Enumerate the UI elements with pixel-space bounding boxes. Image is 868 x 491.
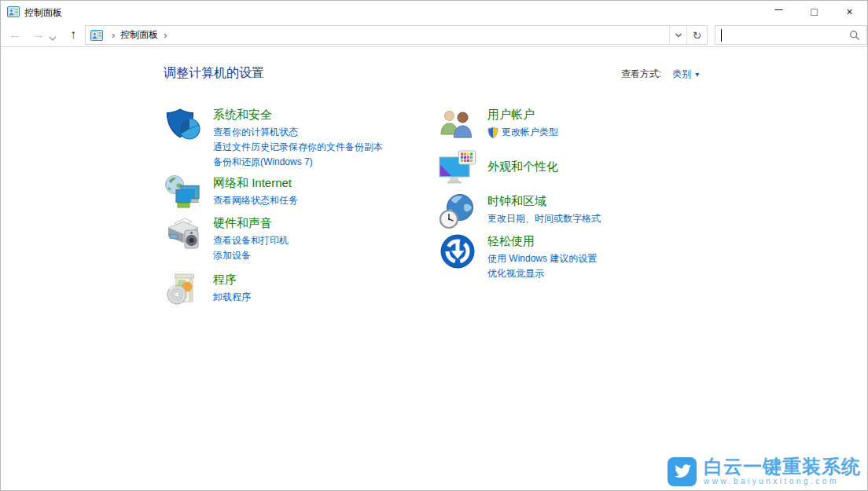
recent-pages-chevron-icon[interactable] [47,29,58,48]
printer-speaker-icon[interactable] [164,214,202,252]
up-button[interactable]: ↑ [64,26,83,45]
view-by-value[interactable]: 类别 [672,68,691,81]
titlebar: 控制面板 ─ □ × [1,1,867,23]
watermark-bird-icon [668,457,697,486]
category-title-hardware-sound[interactable]: 硬件和声音 [213,215,289,230]
category-appearance-personalization: 外观和个性化 [439,150,558,188]
page-title: 调整计算机的设置 [164,65,264,82]
category-system-security: 系统和安全 查看你的计算机状态 通过文件历史记录保存你的文件备份副本 备份和还原… [164,106,383,170]
maximize-button[interactable]: □ [796,1,832,23]
link-review-computer-status[interactable]: 查看你的计算机状态 [213,125,383,140]
search-input[interactable] [722,27,848,43]
ease-of-access-icon[interactable] [439,233,476,270]
control-panel-window: 控制面板 ─ □ × ← → ↑ › 控制面板 › [0,0,868,491]
category-title-user-accounts[interactable]: 用户帐户 [487,107,558,122]
link-optimize-visual-display[interactable]: 优化视觉显示 [487,266,597,281]
breadcrumb-separator-icon[interactable]: › [106,29,120,41]
software-box-cd-icon[interactable] [164,271,202,309]
close-button[interactable]: × [832,1,867,23]
link-view-devices-printers[interactable]: 查看设备和打印机 [213,233,289,248]
two-users-icon[interactable] [439,106,476,144]
watermark-title: 白云一键重装系统 [704,456,861,476]
text-caret [721,29,722,42]
category-ease-of-access: 轻松使用 使用 Windows 建议的设置 优化视觉显示 [439,233,597,281]
control-panel-icon [7,5,20,18]
control-panel-icon [90,29,103,42]
view-by-caret-icon[interactable]: ▾ [695,70,699,79]
monitor-palette-icon[interactable] [439,150,476,188]
link-backup-restore-win7[interactable]: 备份和还原(Windows 7) [213,155,383,170]
chevron-down-icon [675,32,682,38]
view-by-control: 查看方式: 类别 ▾ [621,68,699,81]
view-by-label: 查看方式: [621,68,661,81]
link-add-device[interactable]: 添加设备 [213,248,289,263]
category-title-system-security[interactable]: 系统和安全 [213,107,383,122]
address-dropdown-button[interactable] [669,26,686,44]
uac-shield-icon [487,126,498,139]
globe-monitors-icon[interactable] [164,174,202,212]
breadcrumb-control-panel[interactable]: 控制面板 [120,28,158,42]
category-network-internet: 网络和 Internet 查看网络状态和任务 [164,174,298,212]
link-windows-suggested-settings[interactable]: 使用 Windows 建议的设置 [487,251,597,266]
refresh-button[interactable]: ↻ [686,26,707,44]
category-programs: 程序 卸载程序 [164,271,251,309]
search-box[interactable] [715,25,867,45]
link-change-account-type[interactable]: 更改帐户类型 [502,125,558,140]
navigation-bar: ← → ↑ › 控制面板 › ↻ [1,23,867,47]
category-title-network-internet[interactable]: 网络和 Internet [213,175,298,190]
link-uninstall-program[interactable]: 卸载程序 [213,290,251,305]
category-title-programs[interactable]: 程序 [213,272,251,287]
category-title-appearance-personalization[interactable]: 外观和个性化 [487,159,558,174]
category-title-ease-of-access[interactable]: 轻松使用 [487,233,597,248]
category-title-clock-region[interactable]: 时钟和区域 [487,193,601,208]
category-clock-region: 时钟和区域 更改日期、时间或数字格式 [439,192,601,230]
shield-pie-icon[interactable] [164,106,202,144]
watermark-url: www.baiyunxitong.com [704,477,861,486]
link-file-history-backup[interactable]: 通过文件历史记录保存你的文件备份副本 [213,140,383,155]
window-title: 控制面板 [24,6,62,20]
breadcrumb-separator-icon[interactable]: › [158,29,172,41]
forward-button[interactable]: → [29,26,48,45]
link-view-network-status[interactable]: 查看网络状态和任务 [213,193,298,208]
search-icon[interactable] [849,30,860,41]
category-hardware-sound: 硬件和声音 查看设备和打印机 添加设备 [164,214,289,263]
minimize-button[interactable]: ─ [761,1,796,23]
category-user-accounts: 用户帐户 更改帐户类型 [439,106,558,144]
link-change-date-time-formats[interactable]: 更改日期、时间或数字格式 [487,211,601,226]
back-button[interactable]: ← [6,26,24,45]
watermark: 白云一键重装系统 www.baiyunxitong.com [668,456,861,486]
address-bar[interactable]: › 控制面板 › ↻ [85,25,708,45]
globe-clock-icon[interactable] [439,192,476,230]
